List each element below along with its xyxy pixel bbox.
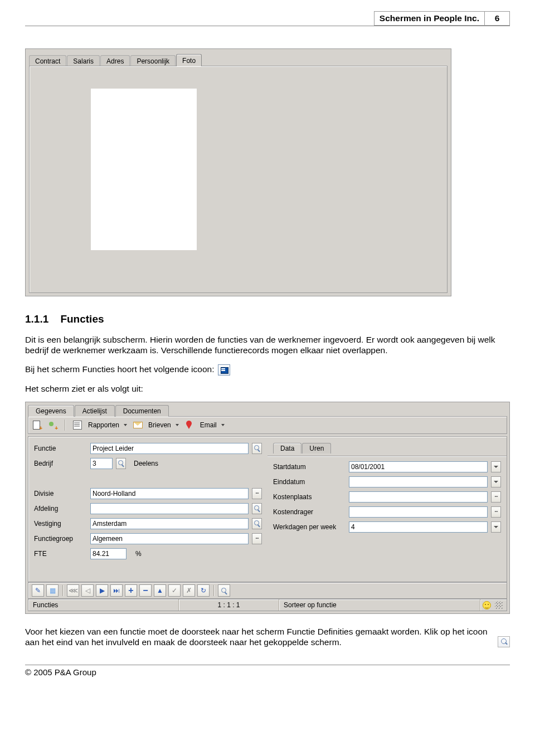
nav-zoom-icon[interactable] — [218, 584, 230, 597]
tab-adres[interactable]: Adres — [100, 55, 130, 67]
nav-refresh-icon[interactable]: ↻ — [197, 584, 210, 597]
more-kostendrager-icon[interactable] — [491, 506, 501, 518]
status-screen-name: Functies — [28, 599, 179, 611]
dropdown-werkdagen-icon[interactable] — [491, 521, 501, 533]
nav-remove-icon[interactable]: − — [139, 584, 152, 597]
form-right-column: DataUren Startdatum Einddatum Kostenplaa… — [273, 442, 501, 563]
body-paragraph-2: Bij het scherm Functies hoort het volgen… — [25, 364, 510, 375]
more-kostenplaats-icon[interactable] — [491, 491, 501, 503]
label-startdatum: Startdatum — [273, 463, 346, 471]
tab-salaris[interactable]: Salaris — [67, 55, 100, 67]
resize-grip-icon[interactable] — [495, 601, 503, 609]
body-paragraph-3: Het scherm ziet er als volgt uit: — [25, 383, 510, 394]
functies-icon — [218, 364, 230, 375]
label-kostendrager: Kostendrager — [273, 508, 346, 516]
form-left-column: Functie Bedrijf Deelens Divisie — [34, 442, 262, 563]
dropdown-startdatum-icon[interactable] — [491, 461, 501, 472]
nav-separator-2 — [213, 585, 214, 596]
lookup-afdeling-icon[interactable] — [252, 503, 262, 514]
rapporten-label: Rapporten — [88, 421, 119, 429]
tab-documenten[interactable]: Documenten — [115, 405, 169, 417]
input-kostendrager[interactable] — [349, 506, 488, 518]
label-bedrijf: Bedrijf — [34, 460, 87, 467]
brieven-menu[interactable]: Brieven — [148, 421, 179, 429]
tab-contract[interactable]: Contract — [29, 55, 66, 67]
input-vestiging[interactable] — [90, 518, 249, 529]
nav-grid-icon[interactable]: ▦ — [46, 584, 59, 597]
status-sort-label: Sorteer op functie — [279, 599, 480, 611]
new-user-icon[interactable] — [47, 420, 57, 430]
lookup-bedrijf-icon[interactable] — [116, 458, 126, 469]
toolbar: Rapporten Brieven Email — [28, 416, 507, 434]
brieven-label: Brieven — [148, 421, 171, 429]
screenshot-foto-tabs: ContractSalarisAdresPersoonlijkFoto — [25, 48, 451, 296]
body-paragraph-4: Voor het kiezen van een functie moet de … — [25, 626, 510, 648]
input-einddatum[interactable] — [349, 476, 488, 487]
label-divisie: Divisie — [34, 490, 87, 498]
input-kostenplaats[interactable] — [349, 491, 488, 503]
section-number: 1.1.1 — [25, 313, 48, 325]
tab-actielijst[interactable]: Actielijst — [75, 405, 115, 417]
input-bedrijf-code[interactable] — [90, 458, 113, 469]
input-startdatum[interactable] — [349, 461, 488, 472]
new-doc-icon[interactable] — [32, 420, 42, 430]
para2-text: Bij het scherm Functies hoort het volgen… — [25, 364, 214, 374]
photo-placeholder — [91, 89, 197, 250]
tab-foto[interactable]: Foto — [176, 54, 202, 66]
inner-tab-data[interactable]: Data — [273, 443, 301, 453]
email-menu[interactable]: Email — [200, 421, 225, 429]
bedrijf-name: Deelens — [134, 460, 158, 467]
para4-text: Voor het kiezen van een functie moet de … — [25, 627, 488, 647]
nav-edit-icon[interactable]: ✎ — [32, 584, 44, 597]
lookup-functie-icon[interactable] — [252, 443, 262, 454]
section-title: Functies — [60, 313, 104, 325]
input-functiegroep[interactable] — [90, 533, 249, 544]
label-functiegroep: Functiegroep — [34, 535, 87, 543]
nav-next-icon[interactable]: ▶ — [96, 584, 108, 597]
status-bar: Functies 1 : 1 : 1 Sorteer op functie — [28, 599, 507, 611]
nav-up-icon[interactable]: ▲ — [154, 584, 166, 597]
body-paragraph-1: Dit is een belangrijk subscherm. Hierin … — [25, 334, 510, 356]
dropdown-einddatum-icon[interactable] — [491, 476, 501, 487]
lookup-icon-inline — [498, 636, 510, 647]
header-page-number: 6 — [485, 11, 510, 26]
header-title: Schermen in People Inc. — [374, 11, 485, 26]
lookup-vestiging-icon[interactable] — [252, 518, 262, 529]
nav-cancel-icon[interactable]: ✗ — [183, 584, 195, 597]
inner-tab-uren[interactable]: Uren — [302, 443, 331, 453]
label-afdeling: Afdeling — [34, 505, 87, 513]
toolbar-separator — [65, 420, 65, 431]
input-divisie[interactable] — [90, 488, 249, 499]
nav-prev-icon[interactable]: ◁ — [81, 584, 94, 597]
input-werkdagen[interactable] — [349, 521, 488, 533]
tab-persoonlijk[interactable]: Persoonlijk — [130, 55, 176, 67]
fte-unit: % — [135, 550, 142, 558]
rapporten-menu[interactable]: Rapporten — [88, 421, 127, 429]
nav-add-icon[interactable]: + — [125, 584, 137, 597]
screenshot-functies-form: GegevensActielijstDocumenten Rapporten B… — [25, 402, 510, 614]
section-heading: 1.1.1 Functies — [25, 313, 510, 325]
tab-gegevens[interactable]: Gegevens — [28, 405, 74, 417]
more-divisie-icon[interactable] — [252, 488, 262, 499]
input-afdeling[interactable] — [90, 503, 249, 514]
report-icon[interactable] — [72, 420, 82, 430]
label-werkdagen: Werkdagen per week — [273, 523, 346, 531]
smiley-icon — [483, 601, 491, 609]
nav-first-icon[interactable]: ⋘ — [67, 584, 79, 597]
input-functie[interactable] — [90, 443, 249, 454]
nav-last-icon[interactable]: ⏭ — [110, 584, 123, 597]
label-functie: Functie — [34, 445, 87, 452]
label-vestiging: Vestiging — [34, 520, 87, 528]
ribbon-icon[interactable] — [184, 420, 194, 430]
page-footer: © 2005 P&A Group — [25, 665, 510, 677]
nav-separator — [62, 585, 63, 596]
more-functiegroep-icon[interactable] — [252, 533, 262, 544]
label-einddatum: Einddatum — [273, 478, 346, 486]
status-right-box — [480, 599, 507, 611]
status-record-counter: 1 : 1 : 1 — [179, 599, 279, 611]
mail-icon[interactable] — [133, 420, 143, 430]
nav-confirm-icon[interactable]: ✓ — [168, 584, 181, 597]
label-fte: FTE — [34, 550, 87, 558]
label-kostenplaats: Kostenplaats — [273, 493, 346, 501]
input-fte[interactable] — [90, 548, 127, 559]
